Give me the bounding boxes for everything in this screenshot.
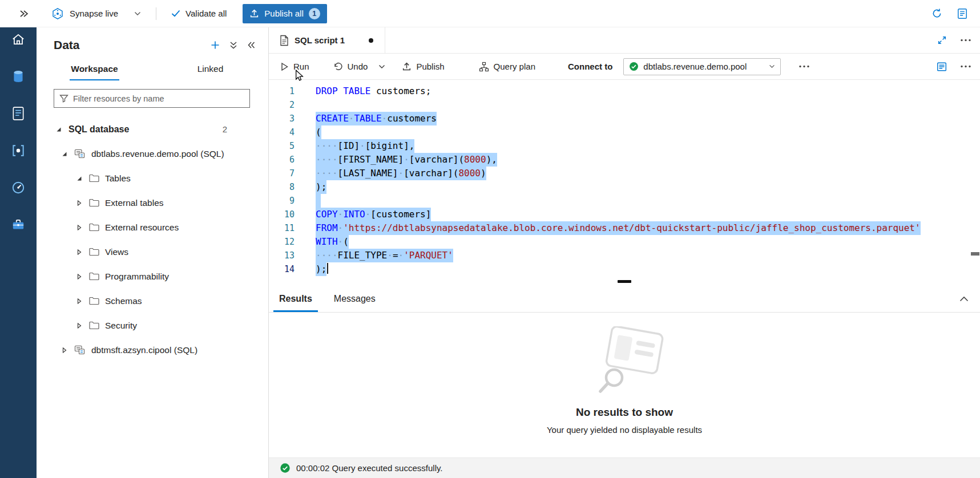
home-icon[interactable]: [10, 31, 26, 47]
more-options-icon[interactable]: [961, 39, 971, 42]
expand-menu-icon[interactable]: [19, 10, 29, 18]
collapsed-arrow-icon[interactable]: [75, 298, 83, 304]
chevron-down-icon[interactable]: [134, 11, 141, 16]
sql-code-editor[interactable]: 1234567891011121314 DROP TABLE customers…: [269, 80, 980, 278]
overview-ruler-cursor: [971, 252, 979, 256]
properties-icon[interactable]: [937, 62, 947, 72]
query-plan-label: Query plan: [494, 62, 535, 71]
toolbar-more-icon[interactable]: [799, 65, 809, 68]
tree-item-count: 2: [223, 124, 227, 134]
code-line[interactable]: WITH·(: [316, 235, 980, 249]
tree-item[interactable]: SQL database2: [37, 117, 268, 141]
collapsed-arrow-icon[interactable]: [61, 347, 68, 353]
collapsed-arrow-icon[interactable]: [75, 200, 83, 206]
collapsed-arrow-icon[interactable]: [75, 249, 83, 255]
code-line[interactable]: DROP TABLE customers;: [316, 84, 980, 98]
refresh-icon[interactable]: [931, 8, 942, 19]
code-line[interactable]: (: [316, 125, 980, 139]
line-number: 7: [269, 167, 302, 180]
tree-item[interactable]: Schemas: [37, 289, 268, 313]
toolbar-right-actions: [937, 62, 980, 72]
filter-input[interactable]: [73, 94, 244, 103]
code-line[interactable]: CREATE·TABLE·customers: [316, 112, 980, 125]
run-options-chevron-icon[interactable]: [378, 64, 385, 69]
code-line[interactable]: [316, 98, 980, 112]
add-resource-icon[interactable]: [211, 40, 220, 50]
undo-button[interactable]: Undo: [333, 62, 368, 71]
synapse-live-icon: [51, 7, 64, 20]
code-line[interactable]: COPY·INTO·[customers]: [316, 208, 980, 221]
collapse-panel-icon[interactable]: [247, 41, 256, 49]
pool-selector[interactable]: dbtlabs.revenue.demo.pool: [623, 58, 781, 75]
tab-title: SQL script 1: [295, 35, 345, 45]
code-line[interactable]: [316, 194, 980, 208]
publish-label: Publish: [416, 62, 444, 71]
unsaved-indicator: [369, 38, 373, 43]
tree-item[interactable]: External resources: [37, 215, 268, 240]
environment-selector[interactable]: Synapse live: [51, 7, 141, 20]
code-line[interactable]: );: [316, 262, 980, 276]
integrate-icon[interactable]: [10, 143, 26, 159]
collapsed-arrow-icon[interactable]: [75, 274, 83, 279]
text-cursor: [327, 263, 328, 274]
folder-icon: [89, 272, 99, 281]
sql-pool-icon: [74, 345, 86, 355]
tree-item[interactable]: Programmability: [37, 264, 268, 289]
tree-item-label: SQL database: [68, 124, 129, 135]
status-message: 00:00:02 Query executed successfully.: [296, 463, 443, 473]
left-nav-rail: [0, 27, 37, 478]
clipboard-list-icon[interactable]: [957, 8, 967, 19]
tree-item-label: Programmability: [105, 272, 169, 282]
undo-label: Undo: [348, 62, 368, 71]
tree-item[interactable]: dbtlabs.revenue.demo.pool (SQL): [37, 141, 268, 166]
tab-workspace[interactable]: Workspace: [37, 59, 152, 80]
tab-messages[interactable]: Messages: [328, 285, 381, 312]
manage-icon[interactable]: [10, 217, 26, 233]
tree-item-label: dbtlabs.revenue.demo.pool (SQL): [91, 149, 224, 159]
publish-button[interactable]: Publish: [402, 62, 444, 71]
data-icon[interactable]: [10, 68, 26, 84]
resource-tree: SQL database2dbtlabs.revenue.demo.pool (…: [37, 117, 268, 362]
code-line[interactable]: ····[FIRST_NAME]·[varchar](8000),: [316, 153, 980, 167]
expanded-arrow-icon[interactable]: [55, 127, 63, 132]
monitor-icon[interactable]: [10, 180, 26, 196]
code-line[interactable]: ····[LAST_NAME]·[varchar](8000): [316, 167, 980, 180]
run-button[interactable]: Run: [280, 62, 309, 71]
tree-item[interactable]: Tables: [37, 166, 268, 191]
expand-editor-icon[interactable]: [937, 35, 947, 45]
success-check-icon: [280, 463, 291, 473]
line-number: 13: [269, 249, 302, 262]
tree-item[interactable]: Views: [37, 240, 268, 264]
check-icon: [171, 10, 180, 17]
tab-sql-script-1[interactable]: SQL script 1: [269, 27, 385, 53]
expanded-arrow-icon[interactable]: [61, 151, 68, 157]
code-line[interactable]: FROM·'https://dbtlabsynapsedatalake.blob…: [316, 221, 980, 235]
collapsed-arrow-icon[interactable]: [75, 225, 83, 230]
tree-item-label: Schemas: [105, 296, 142, 306]
publish-all-button[interactable]: Publish all 1: [243, 4, 326, 23]
validate-all-button[interactable]: Validate all: [171, 9, 227, 18]
code-lines[interactable]: DROP TABLE customers;CREATE·TABLE·custom…: [302, 84, 980, 278]
top-command-bar: Synapse live Validate all Publish all 1: [0, 0, 980, 27]
collapse-results-chevron-icon[interactable]: [959, 296, 969, 302]
develop-icon[interactable]: [10, 106, 26, 121]
splitter-handle-icon[interactable]: [618, 280, 631, 283]
tab-linked[interactable]: Linked: [152, 59, 268, 80]
tree-item[interactable]: dbtmsft.azsyn.cipool (SQL): [37, 338, 268, 362]
empty-state-title: No results to show: [576, 406, 673, 419]
line-number: 11: [269, 221, 302, 235]
tree-item[interactable]: Security: [37, 313, 268, 338]
line-number: 2: [269, 98, 302, 112]
expand-all-icon[interactable]: [229, 41, 237, 50]
filter-funnel-icon: [59, 94, 68, 103]
collapsed-arrow-icon[interactable]: [75, 323, 83, 329]
tree-item[interactable]: External tables: [37, 191, 268, 215]
toolbar-overflow-icon[interactable]: [961, 65, 971, 68]
results-tab-bar: Results Messages: [269, 285, 980, 313]
tab-results[interactable]: Results: [273, 285, 318, 312]
expanded-arrow-icon[interactable]: [75, 176, 83, 181]
code-line[interactable]: ····FILE_TYPE·=·'PARQUET': [316, 249, 980, 262]
query-plan-button[interactable]: Query plan: [479, 62, 535, 72]
code-line[interactable]: );: [316, 180, 980, 194]
code-line[interactable]: ····[ID]·[bigint],: [316, 139, 980, 153]
